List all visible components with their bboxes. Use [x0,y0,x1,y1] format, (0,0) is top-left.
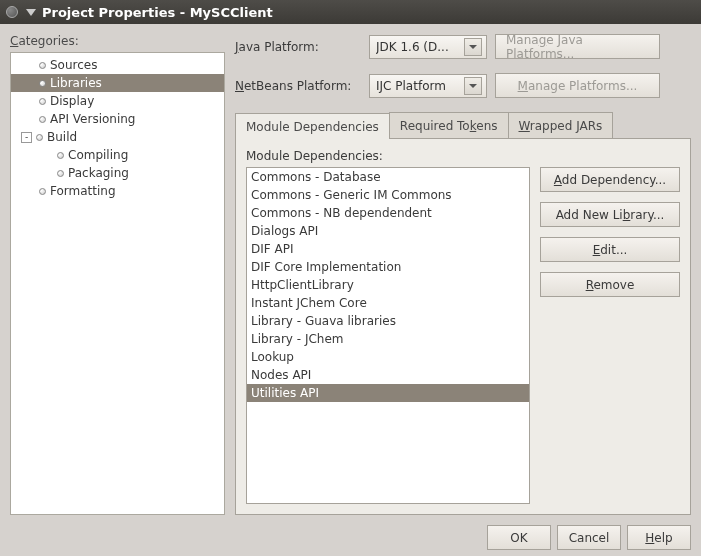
add-dependency-button[interactable]: Add Dependency... [540,167,680,192]
netbeans-platform-combo[interactable]: IJC Platform [369,74,487,98]
tab-bar: Module Dependencies Required Tokens Wrap… [235,112,691,139]
bullet-icon [36,134,43,141]
list-item[interactable]: HttpClientLibrary [247,276,529,294]
tree-item-label: Packaging [68,166,129,180]
bullet-icon [39,98,46,105]
edit-button[interactable]: Edit... [540,237,680,262]
netbeans-platform-label: NetBeans Platform: [235,79,361,93]
list-item[interactable]: DIF API [247,240,529,258]
tree-item[interactable]: -Build [11,128,224,146]
chevron-down-icon[interactable] [464,77,482,95]
tree-expander-icon[interactable]: - [21,132,32,143]
bullet-icon [39,116,46,123]
cancel-button[interactable]: Cancel [557,525,621,550]
add-new-library-button[interactable]: Add New Library... [540,202,680,227]
module-dependencies-label: Module Dependencies: [246,149,680,163]
list-item[interactable]: Instant JChem Core [247,294,529,312]
tree-item-label: Build [47,130,77,144]
manage-platforms-button[interactable]: Manage Platforms... [495,73,660,98]
remove-button[interactable]: Remove [540,272,680,297]
list-item[interactable]: Dialogs API [247,222,529,240]
list-item[interactable]: Nodes API [247,366,529,384]
list-item[interactable]: DIF Core Implementation [247,258,529,276]
chevron-down-icon[interactable] [464,38,482,56]
bullet-icon [57,152,64,159]
java-platform-label: Java Platform: [235,40,361,54]
list-item[interactable]: Commons - NB dependendent [247,204,529,222]
tree-item-label: API Versioning [50,112,135,126]
ok-button[interactable]: OK [487,525,551,550]
tab-required-tokens[interactable]: Required Tokens [389,112,509,138]
java-platform-value: JDK 1.6 (D... [376,40,460,54]
window-menu-icon[interactable] [26,9,36,16]
manage-java-platforms-button[interactable]: Manage Java Platforms... [495,34,660,59]
bullet-icon [39,80,46,87]
tree-item[interactable]: Formatting [11,182,224,200]
list-item[interactable]: Lookup [247,348,529,366]
tree-item-label: Compiling [68,148,128,162]
list-item[interactable]: Library - Guava libraries [247,312,529,330]
title-bar: Project Properties - MySCClient [0,0,701,24]
help-button[interactable]: Help [627,525,691,550]
bullet-icon [39,62,46,69]
tree-item[interactable]: Libraries [11,74,224,92]
list-item[interactable]: Commons - Database [247,168,529,186]
tree-item-label: Libraries [50,76,102,90]
window-title: Project Properties - MySCClient [42,5,273,20]
list-item[interactable]: Utilities API [247,384,529,402]
categories-tree[interactable]: SourcesLibrariesDisplayAPI Versioning-Bu… [10,52,225,515]
tab-module-dependencies[interactable]: Module Dependencies [235,113,390,139]
tree-item[interactable]: API Versioning [11,110,224,128]
java-platform-combo[interactable]: JDK 1.6 (D... [369,35,487,59]
tree-item[interactable]: Display [11,92,224,110]
module-dependencies-panel: Module Dependencies: Commons - DatabaseC… [235,139,691,515]
tab-wrapped-jars[interactable]: Wrapped JARs [508,112,614,138]
tree-item-label: Sources [50,58,97,72]
dialog-footer: OK Cancel Help [10,515,691,550]
categories-label: Categories: [10,34,225,48]
tree-item-label: Display [50,94,94,108]
tree-item[interactable]: Sources [11,56,224,74]
tree-item-label: Formatting [50,184,116,198]
window-control-icon[interactable] [6,6,18,18]
netbeans-platform-value: IJC Platform [376,79,460,93]
module-dependencies-list[interactable]: Commons - DatabaseCommons - Generic IM C… [246,167,530,504]
bullet-icon [57,170,64,177]
list-item[interactable]: Library - JChem [247,330,529,348]
tree-item[interactable]: Compiling [11,146,224,164]
tree-item[interactable]: Packaging [11,164,224,182]
bullet-icon [39,188,46,195]
list-item[interactable]: Commons - Generic IM Commons [247,186,529,204]
